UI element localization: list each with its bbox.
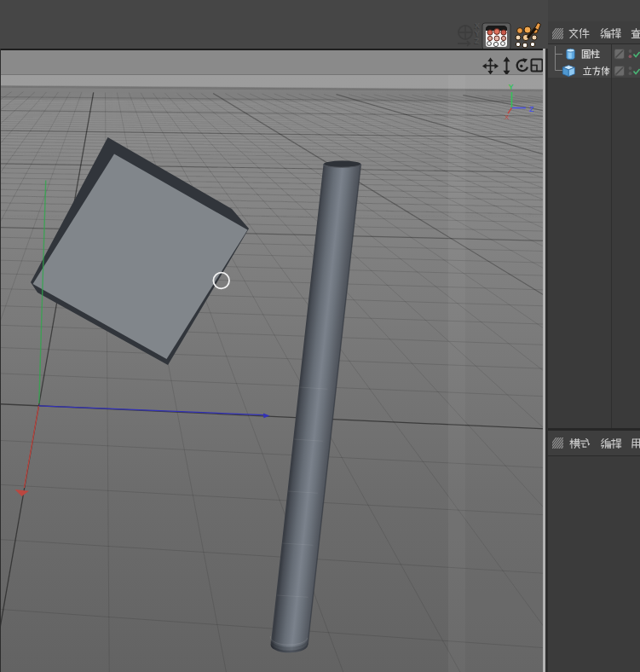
- svg-text:Z: Z: [475, 37, 480, 45]
- svg-text:X: X: [505, 113, 510, 121]
- svg-text:Y: Y: [509, 83, 514, 91]
- svg-text:Z: Z: [529, 105, 534, 113]
